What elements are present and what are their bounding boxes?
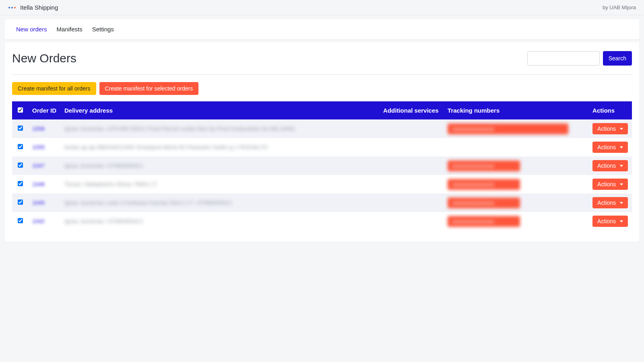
- table-row: 1047Ignas Juozenas +37060055411xxxxxxxxx…: [12, 156, 632, 175]
- page-title: New Orders: [12, 51, 76, 65]
- row-actions-button[interactable]: Actions: [592, 123, 628, 134]
- col-additional-services: Additional services: [379, 101, 444, 119]
- table-row: 1045Ignas Juozenas Laulu 4 Karkazai Kaun…: [12, 193, 632, 212]
- row-checkbox[interactable]: [18, 125, 23, 131]
- row-checkbox[interactable]: [18, 181, 23, 186]
- row-checkbox[interactable]: [18, 218, 23, 223]
- table-header-row: Order ID Delivery address Additional ser…: [12, 101, 632, 119]
- delivery-address: Ignas Juozenas +37060055411: [64, 162, 375, 169]
- additional-services-cell: [379, 119, 444, 138]
- delivery-address: Ignas Juozenas Laulu 4 Karkazai Kaunas 5…: [64, 200, 375, 206]
- tracking-pill: xxxxxxxxxxxxxxxx: [448, 216, 520, 227]
- row-actions-button[interactable]: Actions: [592, 179, 628, 190]
- order-id-link[interactable]: 1045: [32, 200, 45, 206]
- tab-manifests[interactable]: Manifests: [53, 19, 87, 39]
- row-checkbox[interactable]: [18, 200, 23, 205]
- tracking-pill: xxxxxxxxxxxxxxxx: [448, 160, 520, 171]
- col-actions: Actions: [588, 101, 632, 119]
- create-manifest-selected-button[interactable]: Create manifest for selected orders: [99, 82, 199, 95]
- byline: by UAB Mijora: [603, 4, 636, 10]
- orders-table: Order ID Delivery address Additional ser…: [12, 101, 632, 230]
- delivery-address: Ignas Juozenas +37060055411: [64, 218, 375, 224]
- additional-services-cell: [379, 175, 444, 193]
- page-header: New Orders Search: [12, 51, 632, 75]
- select-all-checkbox[interactable]: [18, 107, 23, 113]
- caret-down-icon: [620, 220, 623, 222]
- delivery-address: testas ap ap 086244012345 Smartpost Merl…: [64, 144, 375, 150]
- top-bar: Itella Shipping by UAB Mijora: [0, 0, 644, 15]
- row-actions-button[interactable]: Actions: [592, 197, 628, 208]
- row-checkbox[interactable]: [18, 144, 23, 149]
- delivery-address: Ignas Juozenas +370 600 55411 Posti Parc…: [64, 125, 375, 132]
- row-actions-button[interactable]: Actions: [592, 160, 628, 171]
- app-name: Itella Shipping: [20, 4, 58, 11]
- content-card: New Orders Search Create manifest for al…: [5, 42, 639, 242]
- search-input[interactable]: [527, 51, 600, 66]
- order-id-link[interactable]: 1042: [32, 218, 45, 224]
- caret-down-icon: [620, 202, 623, 204]
- tracking-pill: xxxxxxxxxxxxxxxx: [448, 123, 568, 134]
- additional-services-cell: [379, 212, 444, 230]
- brand: Itella Shipping: [8, 4, 58, 11]
- search-button[interactable]: Search: [603, 51, 632, 66]
- row-actions-button[interactable]: Actions: [592, 142, 628, 153]
- svg-point-0: [8, 7, 10, 8]
- table-row: 1046Tomas I Baltadvario Vilnius 76901 LT…: [12, 175, 632, 193]
- tab-settings[interactable]: Settings: [88, 19, 118, 39]
- tab-new-orders[interactable]: New orders: [12, 19, 51, 39]
- additional-services-cell: [379, 138, 444, 156]
- col-delivery-address: Delivery address: [60, 101, 379, 119]
- order-id-link[interactable]: 1056: [32, 125, 45, 132]
- create-manifest-all-button[interactable]: Create manifest for all orders: [12, 82, 96, 95]
- row-actions-button[interactable]: Actions: [592, 216, 628, 227]
- caret-down-icon: [620, 183, 623, 185]
- row-checkbox[interactable]: [18, 162, 23, 168]
- table-row: 1042Ignas Juozenas +37060055411xxxxxxxxx…: [12, 212, 632, 230]
- order-id-link[interactable]: 1055: [32, 144, 45, 150]
- order-id-link[interactable]: 1047: [32, 162, 45, 169]
- table-row: 1056Ignas Juozenas +370 600 55411 Posti …: [12, 119, 632, 138]
- delivery-address: Tomas I Baltadvario Vilnius 76901 LT: [64, 181, 375, 187]
- svg-point-1: [11, 7, 13, 8]
- tracking-pill: xxxxxxxxxxxxxxxx: [448, 197, 520, 208]
- caret-down-icon: [620, 146, 623, 148]
- itella-logo-icon: [8, 5, 16, 10]
- table-row: 1055testas ap ap 086244012345 Smartpost …: [12, 138, 632, 156]
- additional-services-cell: [379, 193, 444, 212]
- nav-tabs: New orders Manifests Settings: [5, 19, 639, 39]
- bulk-actions: Create manifest for all orders Create ma…: [12, 82, 632, 95]
- additional-services-cell: [379, 156, 444, 175]
- caret-down-icon: [620, 128, 623, 130]
- col-order-id: Order ID: [28, 101, 60, 119]
- tracking-pill: xxxxxxxxxxxxxxxx: [448, 179, 520, 190]
- caret-down-icon: [620, 165, 623, 167]
- order-id-link[interactable]: 1046: [32, 181, 45, 187]
- search-group: Search: [527, 51, 632, 66]
- svg-point-2: [14, 7, 16, 8]
- col-tracking-numbers: Tracking numbers: [444, 101, 588, 119]
